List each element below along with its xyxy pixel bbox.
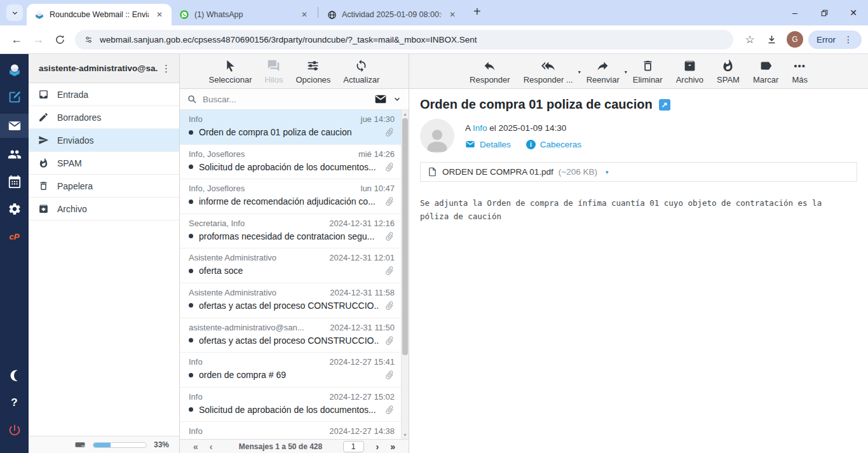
scroll-up-icon[interactable]: ▲ — [402, 112, 409, 116]
logout-button[interactable] — [0, 419, 29, 441]
restore-button[interactable] — [810, 0, 839, 25]
mark-button[interactable]: Marcar — [753, 59, 778, 88]
calendar-nav-button[interactable] — [0, 171, 29, 193]
envelope-icon — [465, 139, 475, 149]
select-button[interactable]: Seleccionar — [209, 59, 252, 88]
message-row[interactable]: Info2024-12-27 15:41 orden de compra # 6… — [180, 353, 401, 388]
attachment-item[interactable]: ORDEN DE COMPRA 01.pdf (~206 KB) ▾ — [420, 162, 857, 182]
unread-dot-icon — [189, 234, 193, 238]
attachment-menu-caret-icon[interactable]: ▾ — [606, 169, 609, 175]
paper-plane-icon — [38, 135, 49, 145]
close-window-button[interactable]: ✕ — [839, 0, 868, 25]
settings-nav-button[interactable] — [0, 198, 29, 220]
refresh-button[interactable]: Actualizar — [343, 59, 379, 88]
last-page-button[interactable]: » — [384, 442, 401, 452]
search-options-chevron-icon[interactable] — [393, 95, 402, 104]
page-number-input[interactable]: 1 — [343, 441, 364, 452]
reply-all-button[interactable]: Responder ... ▾ — [524, 59, 573, 88]
tab-roundcube[interactable]: Roundcube Webmail :: Enviados ✕ — [27, 4, 172, 25]
folder-item-papelera[interactable]: Papelera — [29, 175, 179, 198]
button-label: Eliminar — [633, 75, 663, 85]
scrollbar-thumb[interactable] — [402, 118, 408, 355]
tab-search-button[interactable] — [6, 4, 23, 21]
message-row[interactable]: Asistente Administrativo2024-12-31 11:58… — [180, 283, 401, 318]
contacts-nav-button[interactable] — [0, 144, 29, 165]
chat-bubbles-icon — [267, 59, 280, 72]
tab-close-icon[interactable]: ✕ — [299, 9, 310, 20]
headers-toggle[interactable]: i Cabeceras — [526, 140, 581, 149]
scroll-down-icon[interactable]: ▼ — [402, 433, 409, 437]
message-row[interactable]: asistente-administrativo@san...2024-12-3… — [180, 318, 401, 353]
folder-item-archivo[interactable]: Archivo — [29, 198, 179, 220]
details-toggle[interactable]: Detalles — [465, 139, 511, 149]
button-label: Marcar — [753, 75, 778, 85]
button-label: Actualizar — [343, 75, 379, 85]
dropdown-caret-icon[interactable]: ▾ — [578, 69, 581, 75]
list-toolbar: Seleccionar Hilos Opciones Actualizar — [180, 54, 409, 89]
first-page-button[interactable]: « — [187, 442, 204, 452]
dark-mode-button[interactable] — [0, 365, 29, 386]
forward-button[interactable]: → — [28, 29, 48, 50]
folder-menu-kebab-icon[interactable]: ⋮ — [158, 63, 174, 74]
message-row[interactable]: Secretaria, Info2024-12-31 12:16 proform… — [180, 214, 401, 249]
folder-item-entrada[interactable]: Entrada — [29, 83, 179, 106]
reload-button[interactable] — [50, 29, 70, 50]
globe-favicon — [327, 10, 337, 20]
threads-button[interactable]: Hilos — [265, 59, 283, 88]
tab-actividad[interactable]: Actividad 2025-01-09 08:00:00 ✕ — [320, 4, 465, 25]
tab-close-icon[interactable]: ✕ — [447, 9, 458, 20]
compose-button[interactable] — [0, 86, 29, 108]
dropdown-caret-icon[interactable]: ▾ — [625, 69, 627, 75]
search-icon — [187, 94, 197, 104]
forward-button[interactable]: Reenviar ▾ — [587, 59, 620, 88]
roundcube-favicon — [34, 10, 44, 20]
profile-avatar[interactable]: G — [787, 31, 803, 48]
message-row[interactable]: Infojue 14:30 Orden de compra 01 poliza … — [180, 110, 401, 145]
message-row[interactable]: Info, Josefloresmié 14:26 Solicitud de a… — [180, 145, 401, 180]
archive-icon — [683, 59, 696, 72]
info-icon: i — [526, 140, 536, 149]
folder-item-spam[interactable]: SPAM — [29, 152, 179, 175]
search-scope-envelope-icon[interactable] — [374, 93, 387, 105]
folder-item-borradores[interactable]: Borradores — [29, 106, 179, 129]
next-page-button[interactable]: › — [370, 442, 385, 452]
open-in-new-window-icon[interactable]: ↗ — [659, 99, 670, 111]
browser-menu-button[interactable]: Error ⋮ — [808, 30, 862, 49]
delete-button[interactable]: Eliminar — [633, 59, 663, 88]
reply-button[interactable]: Responder — [470, 59, 510, 88]
options-button[interactable]: Opciones — [295, 59, 330, 88]
message-row[interactable]: Asistente Administrativo2024-12-31 12:01… — [180, 248, 401, 283]
more-button[interactable]: ••• Más — [792, 59, 808, 88]
search-input[interactable] — [203, 95, 369, 104]
message-row[interactable]: Info2024-12-27 15:02 Solicitud de aproba… — [180, 388, 401, 423]
mail-nav-button[interactable] — [0, 114, 29, 138]
back-button[interactable]: ← — [6, 29, 27, 50]
archive-button[interactable]: Archivo — [676, 59, 703, 88]
downloads-button[interactable] — [761, 29, 782, 50]
prev-page-button[interactable]: ‹ — [204, 442, 219, 452]
roundcube-logo-icon — [0, 59, 29, 81]
flame-icon — [38, 158, 49, 168]
message-row[interactable]: Info, Josefloreslun 10:47 informe de rec… — [180, 179, 401, 214]
url-bar[interactable]: webmail.sanjuan.gob.ec/cpsess4870690156/… — [75, 30, 733, 50]
sliders-icon — [306, 59, 320, 72]
folder-label: SPAM — [57, 158, 82, 168]
list-scrollbar[interactable]: ▲ ▼ — [401, 110, 409, 439]
recipient-link[interactable]: Info — [473, 123, 487, 133]
tab-whatsapp[interactable]: (1) WhatsApp ✕ — [172, 4, 316, 25]
folder-item-enviados[interactable]: Enviados — [29, 129, 179, 152]
minimize-button[interactable]: – — [780, 0, 810, 25]
cpanel-nav-button[interactable]: cP — [0, 226, 29, 247]
unread-dot-icon — [189, 303, 193, 308]
folder-label: Borradores — [57, 112, 101, 123]
roundcube-app: cP ? asistente-administrativo@sa... ⋮ En… — [0, 54, 868, 453]
tab-close-icon[interactable]: ✕ — [154, 9, 165, 20]
help-button[interactable]: ? — [0, 392, 29, 414]
message-sender: Info — [189, 426, 203, 436]
message-row[interactable]: Info2024-12-27 14:38 — [180, 422, 401, 439]
folder-label: Entrada — [57, 90, 88, 100]
message-date: mié 14:26 — [358, 149, 395, 159]
bookmark-star-icon[interactable]: ☆ — [740, 29, 760, 50]
new-tab-button[interactable]: + — [471, 4, 484, 19]
spam-button[interactable]: SPAM — [717, 59, 740, 88]
